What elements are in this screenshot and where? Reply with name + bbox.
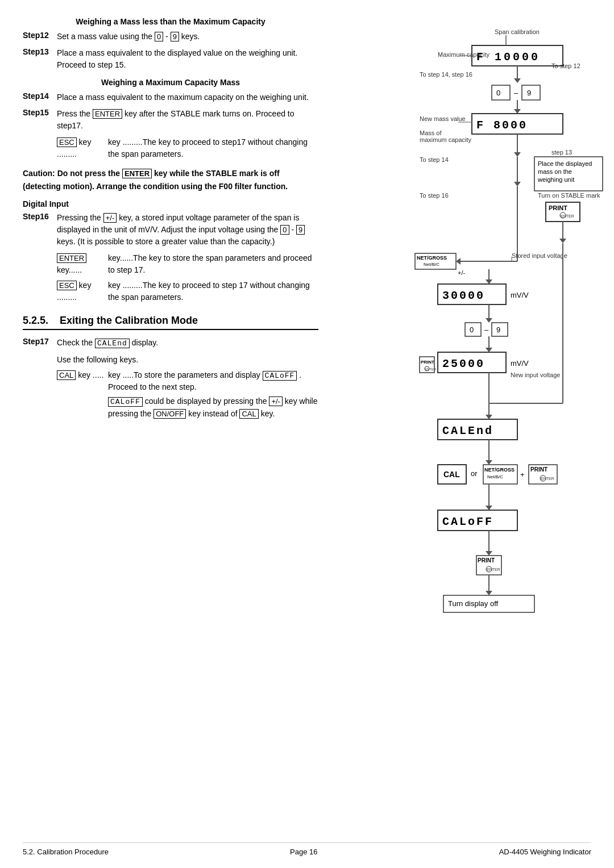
svg-text:–: – [484, 326, 489, 334]
step17-label: Step17 [23, 337, 57, 349]
step-17-row: Step17 Check the CALEnd display. [23, 337, 318, 349]
svg-marker-97 [486, 551, 492, 556]
step14-content: Place a mass equivalent to the maximum c… [57, 91, 318, 103]
svg-text:To step 12: To step 12 [551, 62, 580, 69]
page-footer: 5.2. Calibration Procedure Page 16 AD-44… [23, 842, 591, 856]
esc-key-di: ESC key ......... [57, 279, 108, 303]
enter-key-item-di: ENTER key...... key......The key to stor… [57, 252, 318, 276]
step-13-row: Step13 Place a mass equivalent to the di… [23, 47, 318, 71]
svg-text:Net/B/C: Net/B/C [487, 474, 503, 479]
svg-marker-56 [486, 318, 492, 323]
step16-content: Pressing the +/- key, a stored input vol… [57, 212, 318, 248]
cal-key-block: CAL key ..... key .....To store the para… [57, 369, 318, 420]
key-9: 9 [171, 32, 179, 41]
svg-text:Maximum capacity: Maximum capacity [438, 51, 490, 58]
svg-marker-103 [486, 591, 492, 595]
svg-text:+/-: +/- [458, 269, 465, 276]
svg-marker-15 [514, 109, 521, 114]
svg-text:F  8000: F 8000 [476, 119, 528, 132]
section-title-max: Weighing a Maximum Capacity Mass [23, 78, 318, 87]
digital-input-title: Digital Input [23, 199, 318, 208]
step13-content: Place a mass equivalent to the displayed… [57, 47, 318, 71]
step17-use: Use the following keys. CAL key ..... ke… [57, 354, 318, 420]
step16-keys-block: ENTER key...... key......The key to stor… [57, 252, 318, 303]
svg-marker-23 [514, 152, 521, 157]
step-16-row: Step16 Pressing the +/- key, a stored in… [23, 212, 318, 248]
svg-text:CALEnd: CALEnd [442, 424, 493, 437]
svg-marker-6 [514, 78, 521, 83]
esc-key: ESC [57, 137, 77, 147]
pm-key2: +/- [269, 397, 283, 406]
enter-key-step15: ENTER [93, 109, 122, 119]
step12-content: Set a mass value using the 0 - 9 keys. [57, 31, 318, 43]
plus-minus-key: +/- [103, 213, 117, 223]
svg-text:ENTER: ENTER [487, 567, 500, 571]
section-525-heading: 5.2.5. Exiting the Calibration Mode [23, 315, 318, 330]
footer-right: AD-4405 Weighing Indicator [499, 848, 591, 856]
span-cal-label: Span calibration [495, 28, 540, 35]
svg-text:NET/GROSS: NET/GROSS [417, 255, 447, 261]
svg-text:9: 9 [527, 89, 531, 97]
caloff-disp2: CALoFF [108, 397, 143, 407]
onoff-key: ON/OFF [154, 409, 186, 419]
svg-text:0: 0 [496, 89, 500, 97]
svg-text:mV/V: mV/V [511, 291, 529, 299]
step15-label: Step15 [23, 108, 57, 132]
svg-text:9: 9 [496, 326, 500, 334]
step15-esc-row: ESC key ......... key .........The key t… [57, 136, 318, 160]
step16-label: Step16 [23, 212, 57, 248]
svg-text:weighing unit: weighing unit [537, 176, 574, 183]
step13-label: Step13 [23, 47, 57, 71]
calend-disp: CALEnd [95, 339, 130, 348]
svg-text:Mass of: Mass of [420, 130, 442, 136]
svg-text:mV/V: mV/V [511, 359, 529, 368]
svg-text:New mass value: New mass value [420, 115, 466, 122]
cal-key-inline: CAL [239, 409, 258, 419]
caution-block: Caution: Do not press the ENTER key whil… [23, 167, 318, 193]
svg-text:To step 14: To step 14 [420, 156, 449, 163]
esc-desc-di: key .........The key to proceed to step … [108, 279, 318, 303]
svg-marker-76 [486, 415, 492, 419]
enter-key-di: ENTER key...... [57, 252, 108, 276]
right-diagram-col: Span calibration F 10000 Maximum capacit… [330, 17, 608, 825]
esc-key-name: ESC key ......... [57, 136, 108, 160]
svg-marker-39 [559, 239, 566, 243]
svg-text:step 13: step 13 [551, 149, 572, 156]
svg-text:NET/GROSS: NET/GROSS [484, 467, 515, 473]
svg-text:–: – [514, 89, 518, 97]
svg-text:Turn display off: Turn display off [448, 599, 499, 608]
svg-marker-93 [486, 506, 492, 510]
key-9-di: 9 [296, 225, 305, 235]
left-column: Weighing a Mass less than the Maximum Ca… [23, 17, 330, 825]
svg-text:Turn on STABLE mark: Turn on STABLE mark [538, 192, 600, 199]
svg-text:ENTER: ENTER [541, 477, 554, 481]
cal-key-desc: key .....To store the parameters and dis… [108, 369, 318, 394]
svg-text:30000: 30000 [442, 289, 485, 302]
svg-text:To step 14, step 16: To step 14, step 16 [420, 71, 472, 78]
cal-key-name: CAL key ..... [57, 369, 108, 394]
svg-text:Stored input voltage: Stored input voltage [512, 252, 567, 259]
svg-text:maximum capacity: maximum capacity [420, 136, 472, 143]
svg-text:PRINT: PRINT [421, 360, 434, 365]
caution-prefix: Caution: [23, 169, 55, 178]
section-title-less: Weighing a Mass less than the Maximum Ca… [23, 17, 318, 26]
footer-center: Page 16 [290, 848, 317, 856]
svg-rect-9 [492, 85, 510, 100]
svg-marker-43 [456, 258, 460, 265]
footer-left: 5.2. Calibration Procedure [23, 848, 109, 856]
svg-marker-80 [486, 460, 492, 465]
svg-marker-63 [486, 348, 492, 352]
step-14-row: Step14 Place a mass equivalent to the ma… [23, 91, 318, 103]
svg-text:New input voltage: New input voltage [511, 372, 560, 378]
svg-text:PRINT: PRINT [530, 466, 547, 473]
svg-text:To step 16: To step 16 [420, 192, 449, 199]
svg-text:+: + [520, 470, 525, 479]
svg-text:CALoFF: CALoFF [442, 515, 493, 528]
svg-text:mass on the: mass on the [538, 168, 572, 175]
step14-label: Step14 [23, 91, 57, 103]
key-0: 0 [155, 32, 163, 41]
svg-text:PRINT: PRINT [549, 205, 567, 211]
svg-text:Place the displayed: Place the displayed [538, 160, 592, 167]
caloff-secondary: CALoFF could be displayed by pressing th… [108, 395, 318, 420]
step-15-row: Step15 Press the ENTER key after the STA… [23, 108, 318, 132]
